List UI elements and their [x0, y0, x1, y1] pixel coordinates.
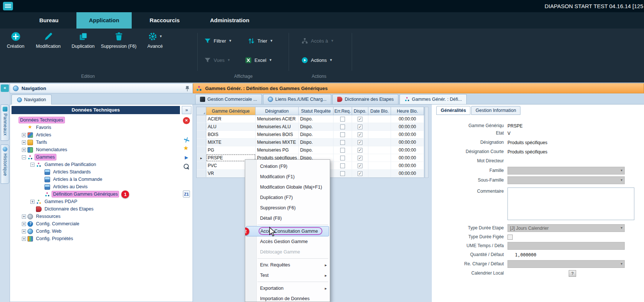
menu-item-exportation[interactable]: Exportation▸ [245, 283, 330, 293]
field-checkbox[interactable] [507, 235, 513, 240]
cell-gamme-generique[interactable]: PG [206, 146, 256, 154]
tab-bureau[interactable]: Bureau [27, 12, 71, 29]
tree-item-label[interactable]: Articles Standards [52, 169, 92, 175]
tree-item-gammes[interactable]: −Gammes [11, 153, 181, 161]
tree-item-label[interactable]: Articles au Devis [52, 184, 89, 190]
cell-dispo[interactable]: ✓ [352, 162, 368, 169]
cell-err-req[interactable] [334, 154, 352, 162]
menu-item-creation-f9[interactable]: Création (F9) [245, 161, 330, 172]
cell-designation[interactable]: Menuiseries BOIS [256, 131, 299, 138]
tab-gammes-gener-defi[interactable]: Gammes Génér. : Défi... [400, 94, 467, 104]
tree-item-nomenclatures[interactable]: +Nomenclatures [11, 146, 181, 153]
cell-designation[interactable]: Menuiseries ACIER [256, 115, 299, 123]
tab-raccourcis[interactable]: Raccourcis [137, 12, 192, 29]
cell-dispo[interactable]: ✓ [352, 131, 368, 138]
row-selector[interactable] [197, 139, 206, 146]
cell-gamme-generique[interactable]: ALU [206, 123, 256, 130]
tree-item-label[interactable]: Dictionnaire des Etapes [43, 206, 95, 212]
cell-date-blo[interactable] [368, 123, 391, 130]
menu-item-importation-de-donnees[interactable]: Importation de Données [245, 293, 330, 302]
table-row-alu[interactable]: ALUMenuiseries ALUDispo.✓00:00:00 [197, 123, 424, 131]
comment-textarea[interactable] [507, 187, 634, 220]
cell-dispo[interactable]: ✓ [352, 123, 368, 130]
row-selector[interactable] [197, 146, 206, 154]
tree-item-definition-gammes-generiques[interactable]: Définition Gammes Génériques1 [11, 190, 181, 198]
tree-item-label[interactable]: Tarifs [35, 139, 48, 145]
column-header-dispo[interactable]: Dispo. [352, 107, 368, 115]
tree-item-gammes-de-planification[interactable]: −Gammes de Planification [11, 161, 181, 168]
cell-designation[interactable]: Menuiseries ALU [256, 123, 299, 130]
cell-statut-requete[interactable]: Dispo. [299, 146, 334, 154]
tree-item-label[interactable]: Gammes de Planification [43, 162, 97, 167]
cell-dispo[interactable]: ✓ [352, 146, 368, 154]
table-row-pg[interactable]: PGMenuiseries PGDispo.✓00:00:00 [197, 146, 424, 154]
expand-icon[interactable]: + [22, 237, 26, 241]
cell-statut-requete[interactable]: Dispo. [299, 131, 334, 138]
cell-dispo[interactable]: ✓ [352, 170, 368, 177]
cell-err-req[interactable] [334, 170, 352, 177]
go-arrow-icon[interactable]: ▶ [183, 154, 190, 161]
tab-administration[interactable]: Administration [197, 12, 262, 29]
tab-navigation[interactable]: Navigation [12, 94, 52, 104]
cell-err-req[interactable] [334, 115, 352, 123]
cell-heure-blo[interactable]: 00:00:00 [391, 170, 424, 177]
tree-item-articles[interactable]: +Articles [11, 131, 181, 139]
grid-vertical-scrollbar[interactable] [425, 107, 428, 178]
tree-item-dictionnaire-des-etapes[interactable]: Dictionnaire des Etapes [11, 205, 181, 213]
column-header-statut-requete[interactable]: Statut Requête [299, 107, 334, 115]
tree-item-label[interactable]: Gammes PDAP [43, 199, 78, 205]
cell-heure-blo[interactable]: 00:00:00 [391, 146, 424, 154]
z1-icon[interactable]: Z1 [183, 190, 190, 198]
tree-item-label[interactable]: Config. Web [35, 228, 63, 234]
expand-icon[interactable]: + [22, 140, 26, 145]
collapse-icon[interactable]: − [22, 155, 26, 159]
row-selector[interactable] [197, 123, 206, 130]
app-menu-icon[interactable] [3, 2, 13, 10]
star-icon[interactable] [183, 145, 190, 152]
cell-heure-blo[interactable]: 00:00:00 [391, 123, 424, 130]
tree-item-config-commerciale[interactable]: +Config. Commerciale [11, 220, 181, 228]
menu-item-test[interactable]: Test▸ [245, 270, 330, 281]
tree-item-label[interactable]: Articles [35, 132, 52, 138]
tree-item-label[interactable]: Articles à la Commande [52, 176, 104, 182]
expand-icon[interactable]: + [22, 133, 26, 137]
cell-err-req[interactable] [334, 146, 352, 154]
cell-err-req[interactable] [334, 139, 352, 146]
cell-date-blo[interactable] [368, 139, 391, 146]
tree-item-articles-standards[interactable]: Articles Standards [11, 168, 181, 176]
cell-date-blo[interactable] [368, 162, 391, 169]
cell-heure-blo[interactable]: 00:00:00 [391, 154, 424, 162]
duplication-button[interactable]: Duplication [66, 31, 100, 60]
column-header-date-blo[interactable]: Date Blo. [368, 107, 391, 115]
collapse-panel-button[interactable]: « [1, 84, 9, 92]
tree-item-label[interactable]: Données Techniques [19, 117, 65, 123]
cell-statut-requete[interactable]: Dispo. [299, 115, 334, 123]
pin-icon[interactable] [185, 86, 190, 92]
tree-item-articles-au-devis[interactable]: Articles au Devis [11, 183, 181, 190]
snowflake-icon[interactable] [182, 135, 191, 144]
tree-item-config-proprietes[interactable]: +Config. Propriétés [11, 235, 181, 242]
magnifier-icon[interactable] [183, 163, 190, 170]
tab-generalites[interactable]: Généralités [436, 106, 470, 115]
expand-icon[interactable]: + [22, 229, 26, 233]
tab-liens-res-ume[interactable]: Liens Res./UME Charg... [263, 94, 331, 104]
cell-heure-blo[interactable]: 00:00:00 [391, 131, 424, 138]
column-header-designation[interactable]: Désignation [256, 107, 299, 115]
row-selector[interactable] [197, 131, 206, 138]
tab-gestion-commerciale[interactable]: Gestion Commerciale ... [195, 94, 262, 104]
filtrer-button[interactable]: Filtrer ▼ [204, 35, 232, 46]
row-selector[interactable] [197, 162, 206, 169]
tree-item-articles-a-la-commande[interactable]: Articles à la Commande [11, 176, 181, 183]
cell-dispo[interactable]: ✓ [352, 115, 368, 123]
cell-err-req[interactable] [334, 131, 352, 138]
table-row-bois[interactable]: BOISMenuiseries BOISDispo.✓00:00:00 [197, 131, 424, 139]
calendar-help-button[interactable]: ? [569, 270, 576, 277]
cell-gamme-generique[interactable]: MIXTE [206, 139, 256, 146]
cell-statut-requete[interactable]: Dispo. [299, 139, 334, 146]
actions-button[interactable]: Actions ▼ [301, 54, 333, 66]
tree-item-label[interactable]: Config. Commerciale [35, 221, 80, 227]
expand-icon[interactable]: + [22, 215, 26, 219]
tree-item-donnees-techniques[interactable]: Données Techniques [11, 116, 181, 124]
cell-heure-blo[interactable]: 00:00:00 [391, 139, 424, 146]
avance-button[interactable]: ▼ Avancé [137, 31, 173, 60]
